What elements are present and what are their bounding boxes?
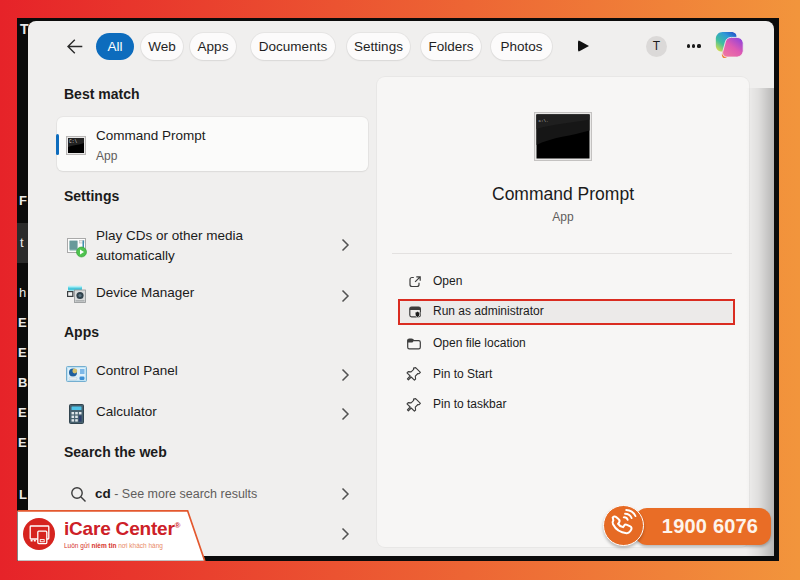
svg-text:C:\: C:\ (69, 139, 77, 144)
svg-text:C:\.: C:\. (539, 119, 549, 123)
